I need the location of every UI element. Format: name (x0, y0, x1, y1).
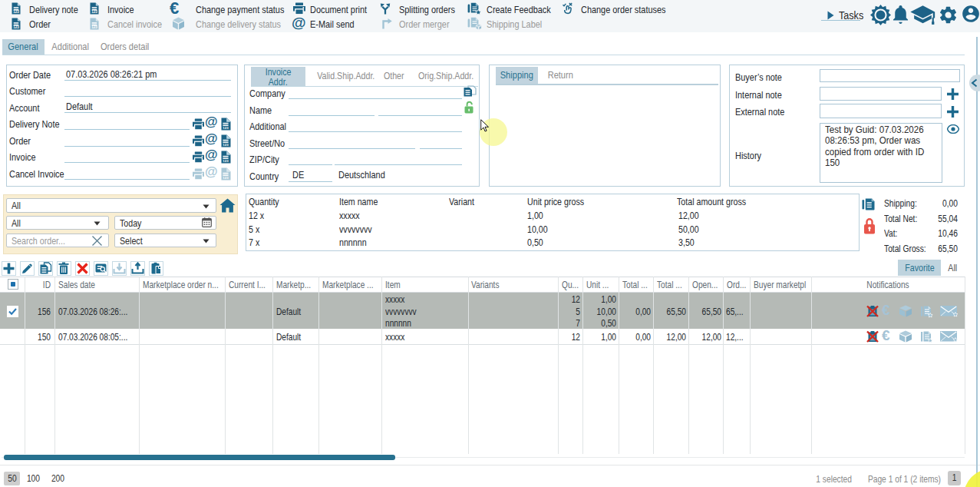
svg-text:123: 123 (223, 143, 229, 147)
svg-text:123: 123 (13, 10, 19, 14)
svg-text:123: 123 (13, 25, 19, 29)
svg-text:123: 123 (91, 10, 97, 14)
svg-text:123: 123 (223, 126, 229, 130)
svg-text:123: 123 (223, 176, 229, 180)
svg-text:123: 123 (91, 25, 97, 29)
svg-text:123: 123 (223, 159, 229, 163)
